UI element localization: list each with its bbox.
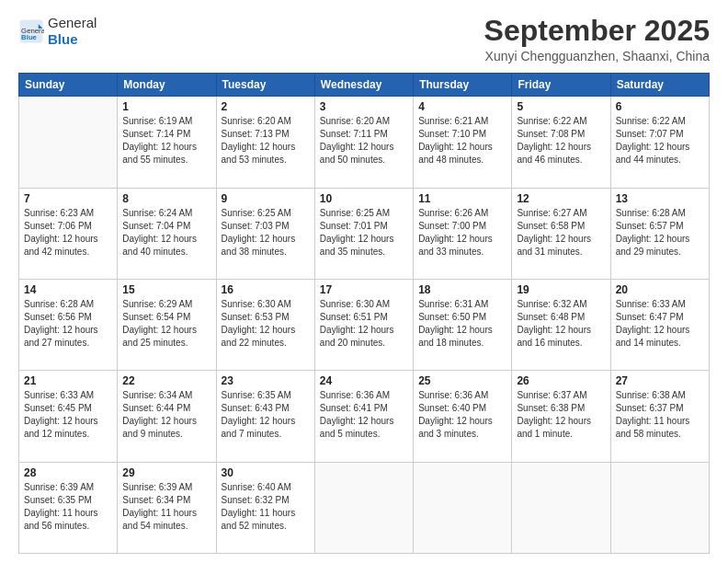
calendar-cell: 19Sunrise: 6:32 AM Sunset: 6:48 PM Dayli… [512, 279, 610, 370]
calendar-table: Sunday Monday Tuesday Wednesday Thursday… [18, 73, 710, 554]
header-tuesday: Tuesday [216, 74, 314, 97]
calendar-cell: 29Sunrise: 6:39 AM Sunset: 6:34 PM Dayli… [118, 462, 216, 553]
header-saturday: Saturday [610, 74, 709, 97]
header-monday: Monday [118, 74, 216, 97]
calendar-cell: 20Sunrise: 6:33 AM Sunset: 6:47 PM Dayli… [610, 279, 709, 370]
day-number: 17 [320, 283, 408, 296]
day-number: 21 [24, 374, 112, 387]
calendar-cell: 22Sunrise: 6:34 AM Sunset: 6:44 PM Dayli… [118, 371, 216, 462]
day-number: 27 [616, 374, 704, 387]
calendar-cell: 11Sunrise: 6:26 AM Sunset: 7:00 PM Dayli… [414, 188, 512, 279]
day-info: Sunrise: 6:28 AM Sunset: 6:56 PM Dayligh… [24, 298, 112, 350]
header-friday: Friday [512, 74, 610, 97]
calendar-cell [414, 462, 512, 553]
day-info: Sunrise: 6:33 AM Sunset: 6:47 PM Dayligh… [616, 298, 704, 350]
day-info: Sunrise: 6:28 AM Sunset: 6:57 PM Dayligh… [616, 207, 704, 259]
day-number: 20 [616, 283, 704, 296]
calendar-week-row: 21Sunrise: 6:33 AM Sunset: 6:45 PM Dayli… [19, 371, 710, 462]
day-info: Sunrise: 6:40 AM Sunset: 6:32 PM Dayligh… [222, 481, 310, 533]
day-info: Sunrise: 6:20 AM Sunset: 7:13 PM Dayligh… [222, 115, 310, 167]
day-info: Sunrise: 6:38 AM Sunset: 6:37 PM Dayligh… [616, 389, 704, 441]
calendar-cell: 24Sunrise: 6:36 AM Sunset: 6:41 PM Dayli… [314, 371, 413, 462]
calendar-week-row: 1Sunrise: 6:19 AM Sunset: 7:14 PM Daylig… [19, 97, 710, 188]
day-number: 30 [222, 466, 310, 479]
day-number: 22 [122, 374, 210, 387]
day-number: 13 [616, 192, 704, 205]
calendar-cell: 21Sunrise: 6:33 AM Sunset: 6:45 PM Dayli… [19, 371, 118, 462]
calendar-cell: 3Sunrise: 6:20 AM Sunset: 7:11 PM Daylig… [314, 97, 413, 188]
logo-blue: Blue [48, 31, 78, 47]
day-info: Sunrise: 6:21 AM Sunset: 7:10 PM Dayligh… [418, 115, 506, 167]
header-wednesday: Wednesday [314, 74, 413, 97]
day-info: Sunrise: 6:31 AM Sunset: 6:50 PM Dayligh… [418, 298, 506, 350]
day-number: 14 [24, 283, 112, 296]
calendar-cell: 2Sunrise: 6:20 AM Sunset: 7:13 PM Daylig… [216, 97, 314, 188]
calendar-cell: 6Sunrise: 6:22 AM Sunset: 7:07 PM Daylig… [610, 97, 709, 188]
calendar-cell: 4Sunrise: 6:21 AM Sunset: 7:10 PM Daylig… [414, 97, 512, 188]
calendar-cell: 17Sunrise: 6:30 AM Sunset: 6:51 PM Dayli… [314, 279, 413, 370]
day-number: 9 [222, 192, 310, 205]
day-number: 26 [517, 374, 605, 387]
day-number: 5 [517, 100, 605, 113]
logo-general: General [48, 15, 97, 30]
day-number: 25 [418, 374, 506, 387]
logo-text: General Blue [48, 15, 97, 48]
header-thursday: Thursday [414, 74, 512, 97]
day-info: Sunrise: 6:26 AM Sunset: 7:00 PM Dayligh… [418, 207, 506, 259]
day-info: Sunrise: 6:39 AM Sunset: 6:34 PM Dayligh… [122, 481, 210, 533]
calendar-cell: 14Sunrise: 6:28 AM Sunset: 6:56 PM Dayli… [19, 279, 118, 370]
day-info: Sunrise: 6:23 AM Sunset: 7:06 PM Dayligh… [24, 207, 112, 259]
day-number: 15 [122, 283, 210, 296]
day-number: 23 [222, 374, 310, 387]
calendar-week-row: 14Sunrise: 6:28 AM Sunset: 6:56 PM Dayli… [19, 279, 710, 370]
calendar-cell: 26Sunrise: 6:37 AM Sunset: 6:38 PM Dayli… [512, 371, 610, 462]
calendar-cell: 23Sunrise: 6:35 AM Sunset: 6:43 PM Dayli… [216, 371, 314, 462]
calendar-cell: 30Sunrise: 6:40 AM Sunset: 6:32 PM Dayli… [216, 462, 314, 553]
day-number: 1 [122, 100, 210, 113]
day-number: 2 [222, 100, 310, 113]
day-info: Sunrise: 6:20 AM Sunset: 7:11 PM Dayligh… [320, 115, 408, 167]
calendar-week-row: 28Sunrise: 6:39 AM Sunset: 6:35 PM Dayli… [19, 462, 710, 553]
day-info: Sunrise: 6:30 AM Sunset: 6:53 PM Dayligh… [222, 298, 310, 350]
day-number: 12 [517, 192, 605, 205]
calendar-cell [610, 462, 709, 553]
calendar-cell [19, 97, 118, 188]
day-info: Sunrise: 6:36 AM Sunset: 6:41 PM Dayligh… [320, 389, 408, 441]
day-info: Sunrise: 6:39 AM Sunset: 6:35 PM Dayligh… [24, 481, 112, 533]
day-number: 24 [320, 374, 408, 387]
day-number: 11 [418, 192, 506, 205]
day-number: 3 [320, 100, 408, 113]
day-info: Sunrise: 6:22 AM Sunset: 7:08 PM Dayligh… [517, 115, 605, 167]
day-number: 7 [24, 192, 112, 205]
day-info: Sunrise: 6:35 AM Sunset: 6:43 PM Dayligh… [222, 389, 310, 441]
day-number: 8 [122, 192, 210, 205]
calendar-cell: 7Sunrise: 6:23 AM Sunset: 7:06 PM Daylig… [19, 188, 118, 279]
day-info: Sunrise: 6:36 AM Sunset: 6:40 PM Dayligh… [418, 389, 506, 441]
day-info: Sunrise: 6:30 AM Sunset: 6:51 PM Dayligh… [320, 298, 408, 350]
location-subtitle: Xunyi Chengguanzhen, Shaanxi, China [484, 49, 710, 63]
page-header: General Blue General Blue September 2025… [18, 15, 710, 63]
calendar-cell [314, 462, 413, 553]
day-number: 28 [24, 466, 112, 479]
day-info: Sunrise: 6:25 AM Sunset: 7:01 PM Dayligh… [320, 207, 408, 259]
calendar-cell: 5Sunrise: 6:22 AM Sunset: 7:08 PM Daylig… [512, 97, 610, 188]
day-info: Sunrise: 6:32 AM Sunset: 6:48 PM Dayligh… [517, 298, 605, 350]
day-number: 6 [616, 100, 704, 113]
calendar-cell: 8Sunrise: 6:24 AM Sunset: 7:04 PM Daylig… [118, 188, 216, 279]
calendar-cell: 28Sunrise: 6:39 AM Sunset: 6:35 PM Dayli… [19, 462, 118, 553]
calendar-cell: 25Sunrise: 6:36 AM Sunset: 6:40 PM Dayli… [414, 371, 512, 462]
day-info: Sunrise: 6:25 AM Sunset: 7:03 PM Dayligh… [222, 207, 310, 259]
day-info: Sunrise: 6:33 AM Sunset: 6:45 PM Dayligh… [24, 389, 112, 441]
day-number: 10 [320, 192, 408, 205]
day-number: 18 [418, 283, 506, 296]
day-info: Sunrise: 6:34 AM Sunset: 6:44 PM Dayligh… [122, 389, 210, 441]
calendar-cell: 16Sunrise: 6:30 AM Sunset: 6:53 PM Dayli… [216, 279, 314, 370]
calendar-cell: 9Sunrise: 6:25 AM Sunset: 7:03 PM Daylig… [216, 188, 314, 279]
day-info: Sunrise: 6:37 AM Sunset: 6:38 PM Dayligh… [517, 389, 605, 441]
calendar-cell: 15Sunrise: 6:29 AM Sunset: 6:54 PM Dayli… [118, 279, 216, 370]
logo: General Blue General Blue [18, 15, 97, 48]
calendar-cell: 27Sunrise: 6:38 AM Sunset: 6:37 PM Dayli… [610, 371, 709, 462]
calendar-cell [512, 462, 610, 553]
weekday-header-row: Sunday Monday Tuesday Wednesday Thursday… [19, 74, 710, 97]
calendar-cell: 13Sunrise: 6:28 AM Sunset: 6:57 PM Dayli… [610, 188, 709, 279]
